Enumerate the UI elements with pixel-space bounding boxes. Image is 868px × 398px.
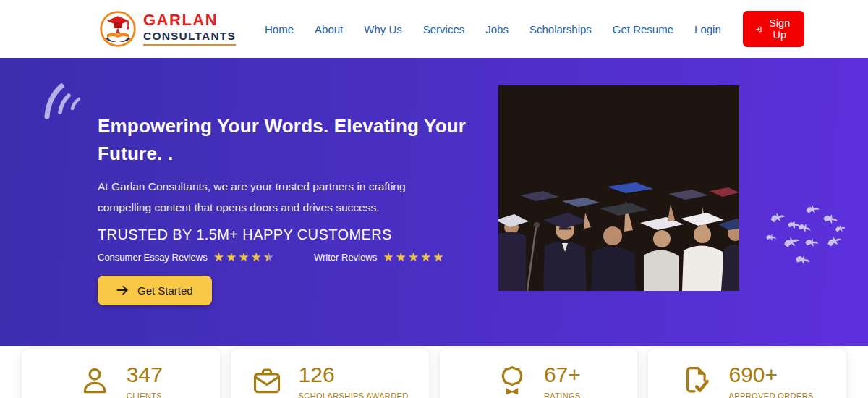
star-full-icon: ★	[395, 251, 406, 263]
stat-card-clients: 347 CLIENTS	[22, 349, 220, 398]
trusted-line: TRUSTED BY 1.5M+ HAPPY CUSTOMERS	[98, 226, 498, 243]
birds-decoration-icon	[764, 201, 845, 268]
nav-login[interactable]: Login	[694, 23, 721, 35]
stat-card-scholarships: 126 SCHOLARSHIPS AWARDED	[231, 349, 429, 398]
sign-up-button[interactable]: Sign Up	[743, 11, 804, 47]
stat-label: RATINGS	[544, 391, 581, 398]
hero-description: At Garlan Consultants, we are your trust…	[98, 177, 423, 218]
stat-label: SCHOLARSHIPS AWARDED	[299, 391, 409, 398]
brand-logo[interactable]: GARLAN CONSULTANTS	[99, 10, 236, 48]
stats-section: 347 CLIENTS 126 SCHOLARSHIPS AWARDED 67+…	[0, 346, 868, 398]
file-check-icon	[681, 365, 713, 397]
brand-name: GARLAN CONSULTANTS	[143, 12, 236, 46]
person-icon	[79, 365, 111, 397]
star-full-icon: ★	[408, 251, 419, 263]
graduation-cap-logo-icon	[99, 10, 137, 48]
arrow-right-icon	[116, 285, 129, 295]
hero-section: Empowering Your Words. Elevating Your Fu…	[0, 58, 868, 346]
log-in-icon	[755, 24, 762, 35]
star-full-icon: ★	[213, 251, 224, 263]
reviews-row: Consumer Essay Reviews ★★★★★★ Writer Rev…	[98, 251, 498, 263]
hero-content: Empowering Your Words. Elevating Your Fu…	[98, 85, 498, 305]
brand-name-bottom: CONSULTANTS	[143, 30, 236, 46]
stat-card-approved-orders: 690+ APPROVED ORDERS	[648, 349, 846, 398]
main-nav: Home About Why Us Services Jobs Scholars…	[265, 23, 721, 35]
nav-get-resume[interactable]: Get Resume	[613, 23, 673, 35]
star-full-icon: ★	[383, 251, 393, 263]
nav-jobs[interactable]: Jobs	[485, 23, 509, 35]
sign-up-label: Sign Up	[767, 17, 792, 41]
hero-title: Empowering Your Words. Elevating Your Fu…	[98, 113, 474, 167]
nav-services[interactable]: Services	[423, 23, 465, 35]
star-full-icon: ★	[250, 251, 261, 263]
review-label: Writer Reviews	[314, 252, 377, 263]
star-rating: ★★★★★	[383, 251, 443, 263]
stat-value: 690+	[729, 363, 814, 388]
star-full-icon: ★	[433, 251, 443, 263]
stat-value: 347	[127, 363, 163, 388]
stat-value: 126	[299, 363, 409, 388]
award-icon	[496, 365, 528, 397]
nav-home[interactable]: Home	[265, 23, 294, 35]
star-half-icon: ★★	[263, 251, 274, 263]
writer-reviews: Writer Reviews ★★★★★	[314, 251, 443, 263]
stat-value: 67+	[544, 363, 581, 388]
star-full-icon: ★	[238, 251, 249, 263]
nav-why-us[interactable]: Why Us	[364, 23, 402, 35]
header: GARLAN CONSULTANTS Home About Why Us Ser…	[0, 0, 868, 58]
get-started-label: Get Started	[137, 284, 193, 297]
stat-label: CLIENTS	[127, 391, 163, 398]
review-label: Consumer Essay Reviews	[98, 252, 208, 263]
stat-label: APPROVED ORDERS	[729, 391, 814, 398]
star-full-icon: ★	[420, 251, 431, 263]
brand-name-top: GARLAN	[143, 12, 236, 28]
briefcase-icon	[251, 365, 283, 397]
nav-scholarships[interactable]: Scholarships	[529, 23, 592, 35]
star-full-icon: ★	[226, 251, 237, 263]
consumer-essay-reviews: Consumer Essay Reviews ★★★★★★	[98, 251, 274, 263]
star-rating: ★★★★★★	[213, 251, 274, 263]
graduation-photo	[498, 85, 739, 291]
swoosh-decoration-icon	[40, 82, 85, 119]
nav-about[interactable]: About	[315, 23, 343, 35]
get-started-button[interactable]: Get Started	[98, 276, 212, 305]
stat-card-ratings: 67+ RATINGS	[440, 349, 638, 398]
